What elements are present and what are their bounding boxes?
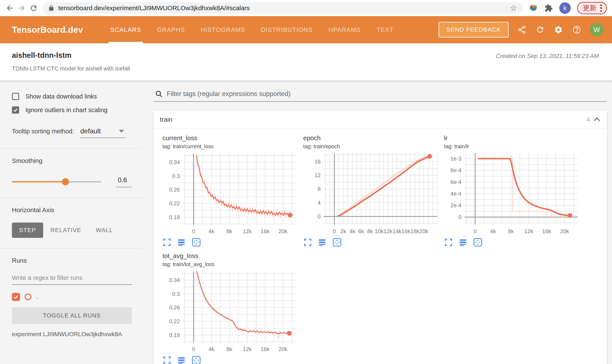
browser-menu-icon[interactable]: [600, 4, 602, 12]
filter-tags-input[interactable]: [167, 90, 606, 98]
settings-gear-icon[interactable]: [553, 25, 564, 35]
user-avatar[interactable]: W: [590, 23, 603, 37]
lock-icon: [48, 5, 55, 11]
refresh-icon[interactable]: [535, 25, 545, 35]
axis-relative-button[interactable]: RELATIVE: [43, 222, 88, 238]
line-chart[interactable]: 04k8k12k16k20k0.180.220.260.30.34: [163, 152, 299, 237]
svg-text:8: 8: [318, 186, 321, 192]
expand-chart-icon[interactable]: [163, 356, 171, 364]
chevron-up-icon[interactable]: [593, 117, 600, 123]
line-chart[interactable]: 04k8k12k16k20k0.180.220.260.30.34: [163, 270, 299, 355]
axis-step-button[interactable]: STEP: [12, 222, 43, 238]
tab-hparams[interactable]: HPARAMS: [327, 16, 362, 43]
svg-text:16k: 16k: [261, 346, 270, 352]
svg-text:12k: 12k: [243, 346, 252, 352]
tab-scalars[interactable]: SCALARS: [109, 16, 143, 43]
chart-tot-avg-loss: tot_avg_loss tag: train/tot_avg_loss 04k…: [158, 252, 299, 364]
send-feedback-button[interactable]: SEND FEEDBACK: [438, 22, 509, 38]
runs-regex-input[interactable]: [12, 272, 132, 285]
checkbox-unchecked-icon[interactable]: [12, 93, 19, 100]
run-row[interactable]: .: [12, 293, 132, 301]
line-chart[interactable]: 02k4k6k8k10k12k14k16k18k20k0481216: [303, 152, 439, 237]
scalars-panel: train 4 current_loss tag: train/current_…: [143, 80, 612, 364]
svg-text:2k: 2k: [340, 228, 347, 234]
tooltip-sorting-label: Tooltip sorting method:: [12, 128, 74, 135]
tab-histograms[interactable]: HISTOGRAMS: [199, 16, 247, 43]
url-bar[interactable]: tensorboard.dev/experiment/LJI9MWUORLOw3…: [42, 2, 523, 14]
chart-lr: lr tag: train/lr 04k8k12k16k20k02e-44e-4…: [439, 134, 580, 247]
svg-text:0.26: 0.26: [169, 304, 180, 311]
svg-text:18k: 18k: [410, 228, 419, 234]
svg-text:14k: 14k: [392, 228, 402, 234]
chart-title: epoch: [303, 134, 439, 142]
runs-selector-icon[interactable]: [318, 238, 326, 246]
svg-text:16k: 16k: [542, 228, 551, 234]
svg-text:0.34: 0.34: [169, 159, 180, 165]
svg-text:16: 16: [315, 158, 321, 165]
svg-text:6k: 6k: [358, 228, 364, 234]
svg-text:0: 0: [473, 228, 476, 234]
svg-text:4k: 4k: [349, 228, 355, 234]
run-checkbox-icon[interactable]: [12, 293, 20, 301]
svg-text:4: 4: [318, 200, 321, 206]
smoothing-label: Smoothing: [12, 157, 132, 164]
slider-thumb[interactable]: [62, 178, 69, 185]
fit-domain-icon[interactable]: [192, 238, 201, 247]
experiment-id-label: experiment LJI9MWUORLOw3jkdhxwk8A: [12, 331, 132, 338]
svg-text:8k: 8k: [226, 346, 232, 352]
svg-text:0.3: 0.3: [172, 291, 180, 297]
svg-text:20k: 20k: [560, 228, 569, 234]
svg-text:0.22: 0.22: [169, 200, 180, 207]
search-icon: [155, 90, 163, 98]
show-download-links-checkbox[interactable]: Show data download links: [12, 93, 132, 100]
axis-wall-button[interactable]: WALL: [88, 222, 120, 238]
run-color-swatch[interactable]: [25, 294, 31, 300]
extensions-puzzle-icon[interactable]: [544, 4, 553, 12]
horizontal-axis-label: Horizontal Axis: [12, 207, 132, 214]
share-icon[interactable]: [517, 25, 527, 35]
chart-tag: tag: train/current_loss: [163, 143, 299, 150]
forward-button[interactable]: [16, 2, 28, 14]
svg-text:4k: 4k: [209, 228, 215, 234]
ignore-outliers-checkbox[interactable]: Ignore outliers in chart scaling: [12, 106, 132, 114]
toggle-all-runs-button[interactable]: TOGGLE ALL RUNS: [12, 307, 132, 324]
train-group-header[interactable]: train 4: [153, 111, 607, 129]
tab-text[interactable]: TEXT: [375, 16, 395, 43]
group-name: train: [160, 116, 172, 123]
chrome-update-button[interactable]: 更新: [577, 2, 607, 14]
smoothing-slider[interactable]: [12, 178, 101, 185]
runs-selector-icon[interactable]: [177, 238, 185, 246]
reload-button[interactable]: [28, 2, 40, 14]
group-count: 4: [586, 116, 590, 123]
tab-distributions[interactable]: DISTRIBUTIONS: [259, 16, 314, 43]
fit-domain-icon[interactable]: [473, 238, 482, 247]
bookmark-star-icon[interactable]: ☆: [510, 4, 517, 12]
runs-selector-icon[interactable]: [177, 356, 185, 364]
extension-bowl-icon[interactable]: [529, 3, 538, 13]
expand-chart-icon[interactable]: [163, 238, 171, 246]
svg-text:6e-4: 6e-4: [450, 179, 461, 185]
charts-grid: current_loss tag: train/current_loss 04k…: [153, 129, 607, 364]
chart-title: tot_avg_loss: [163, 252, 299, 260]
divider: [0, 197, 143, 198]
expand-chart-icon[interactable]: [445, 238, 453, 246]
line-chart[interactable]: 04k8k12k16k20k02e-44e-46e-48e-41e-3: [444, 152, 580, 237]
svg-text:12k: 12k: [384, 228, 393, 234]
divider: [0, 148, 143, 149]
fit-domain-icon[interactable]: [192, 356, 201, 364]
tooltip-sorting-select[interactable]: default: [80, 127, 125, 138]
expand-chart-icon[interactable]: [304, 238, 312, 246]
tab-graphs[interactable]: GRAPHS: [155, 16, 186, 43]
svg-text:20k: 20k: [419, 228, 429, 234]
experiment-created: Created on Sep 13, 2021, 11:59:23 AM: [496, 53, 599, 72]
runs-selector-icon[interactable]: [459, 238, 467, 246]
checkbox-checked-icon[interactable]: [12, 106, 19, 114]
browser-profile-avatar[interactable]: k: [559, 2, 571, 14]
smoothing-value-input[interactable]: 0.6: [116, 176, 132, 187]
chart-tag: tag: train/lr: [444, 143, 580, 150]
fit-domain-icon[interactable]: [333, 238, 342, 247]
help-icon[interactable]: [571, 25, 582, 35]
back-button[interactable]: [4, 2, 16, 14]
svg-text:0.3: 0.3: [172, 173, 180, 179]
svg-text:4k: 4k: [490, 228, 496, 234]
